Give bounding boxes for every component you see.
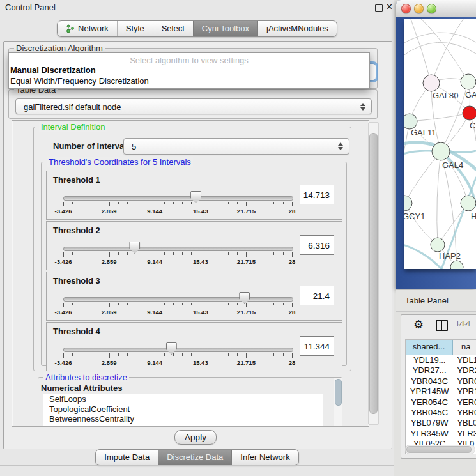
numerical-attributes-list[interactable]: SelfLoopsTopologicalCoefficientBetweenne…	[43, 394, 323, 427]
settings-scroll-viewport: Interval Definition Number of Intervals …	[12, 120, 369, 427]
close-icon[interactable]: ✕	[386, 2, 393, 12]
threshold-3-label: Threshold 3	[53, 276, 100, 286]
settings-vertical-scrollbar[interactable]	[368, 122, 379, 425]
slider-ticks	[63, 303, 292, 308]
table-data-combobox[interactable]: galFiltered.sif default node	[15, 98, 372, 114]
tab-cyni-toolbox[interactable]: Cyni Toolbox	[193, 21, 257, 36]
threshold-4-slider-track[interactable]	[63, 348, 293, 352]
threshold-2-label: Threshold 2	[53, 226, 100, 235]
table-panel-window: ⚙ ☑☑ shared... na YDL19...YDL1YDR27...YD…	[401, 314, 476, 459]
network-node-label: C	[470, 121, 475, 130]
network-node[interactable]	[461, 196, 476, 211]
slider-ticks	[63, 353, 292, 358]
network-node[interactable]	[432, 142, 450, 160]
dropdown-option-manual[interactable]: Manual Discretization	[10, 65, 96, 75]
algorithm-dropdown-popup: Select algorithm to view settings Manual…	[8, 52, 370, 89]
apply-button[interactable]: Apply	[174, 430, 217, 445]
gear-icon[interactable]: ⚙	[413, 318, 424, 332]
network-node-label: HAP2	[439, 251, 461, 261]
network-node[interactable]	[463, 106, 476, 120]
attribute-list-item[interactable]: SelfLoops	[43, 394, 323, 404]
threshold-4-value-field[interactable]: 11.344	[300, 336, 334, 356]
control-panel-titlebar: Control Panel ✕	[0, 0, 394, 15]
network-node[interactable]	[404, 196, 412, 211]
threshold-1-label: Threshold 1	[53, 175, 100, 185]
tab-discretize-data[interactable]: Discretize Data	[158, 450, 231, 465]
network-node-label: GAL80	[433, 91, 458, 100]
network-node-label: GA	[465, 90, 476, 100]
combo-arrows-icon	[338, 142, 343, 150]
dropdown-option-equal-width[interactable]: Equal Width/Frequency Discretization	[10, 76, 149, 86]
threshold-2-slider-track[interactable]	[63, 247, 293, 251]
tab-jactivemnodules[interactable]: jActiveMNodules	[257, 21, 337, 36]
table-panel-bar: Table Panel	[396, 290, 476, 312]
number-of-intervals-combobox[interactable]: 5	[123, 138, 349, 155]
table-row[interactable]: YLR345WYLR3	[406, 429, 476, 439]
table-row[interactable]: YDL19...YDL1	[406, 355, 476, 365]
column-header-shared-name[interactable]: shared...	[406, 340, 453, 355]
threshold-2-row: Threshold 2 -3.4262.8599.14415.4321.7152…	[46, 221, 342, 270]
select-checkboxes-icon[interactable]: ☑☑	[457, 319, 470, 328]
network-node-label: H	[471, 211, 476, 221]
discretization-algorithm-title: Discretization Algorithm	[14, 43, 105, 53]
threshold-3-value-field[interactable]: 21.4	[300, 286, 334, 305]
dropdown-hint: Select algorithm to view settings	[9, 56, 369, 65]
table-toolbar: ⚙ ☑☑	[401, 315, 476, 335]
network-node[interactable]	[404, 114, 417, 129]
network-canvas[interactable]: GAL80GACGAL11GAL4GCY1HHAP2	[404, 19, 476, 269]
table-row[interactable]: YER054CYER0	[406, 397, 476, 408]
threshold-4-row: Threshold 4 -3.4262.8599.14415.4321.7152…	[46, 322, 342, 371]
float-window-icon[interactable]	[375, 4, 383, 12]
node-table: shared... na YDL19...YDL1YDR27...YDR2YBR…	[405, 339, 476, 454]
tab-network-label: Network	[78, 24, 109, 33]
table-row[interactable]: YBL079WYBL0	[406, 418, 476, 428]
panel-title: Control Panel	[5, 3, 56, 12]
threshold-1-row: Threshold 1 -3.4262.8599.14415.4321.7152…	[46, 171, 342, 220]
tab-impute-data[interactable]: Impute Data	[96, 450, 158, 465]
slider-tick-labels: -3.4262.8599.14415.4321.71528	[63, 208, 292, 215]
network-svg: GAL80GACGAL11GAL4GCY1HHAP2	[404, 19, 476, 269]
close-traffic-light[interactable]	[401, 4, 411, 13]
tab-network[interactable]: Network	[58, 21, 117, 36]
columns-icon[interactable]	[436, 320, 448, 331]
network-node-label: GAL11	[411, 128, 436, 137]
table-row[interactable]: YBR045CYBR0	[406, 408, 476, 418]
table-horizontal-scrollbar[interactable]	[405, 445, 475, 454]
threshold-2-value-field[interactable]: 6.316	[300, 235, 334, 255]
interval-definition-group: Interval Definition Number of Intervals …	[33, 127, 351, 371]
numerical-attributes-label: Numerical Attributes	[41, 383, 122, 393]
attributes-group: Attributes to discretize Numerical Attri…	[38, 377, 342, 427]
table-row[interactable]: YBR043CYBR0	[406, 376, 476, 387]
tab-select[interactable]: Select	[153, 21, 193, 36]
slider-tick-labels: -3.4262.8599.14415.4321.71528	[63, 309, 292, 316]
table-data-group: Table Data galFiltered.sif default node	[8, 89, 378, 119]
attributes-list-scrollbar[interactable]	[334, 378, 342, 427]
cyni-toolbox-panel: Discretization Algorithm Select algorith…	[3, 41, 392, 449]
number-of-intervals-label: Number of Intervals	[53, 141, 131, 151]
top-tabbar: Network Style Select Cyni Toolbox jActiv…	[0, 20, 394, 37]
network-view-window: GAL80GACGAL11GAL4GCY1HHAP2	[396, 0, 476, 289]
network-node[interactable]	[461, 74, 476, 89]
control-panel: Control Panel ✕ Network Style Select Cyn…	[0, 0, 394, 476]
network-node[interactable]	[423, 75, 440, 91]
attribute-list-item[interactable]: TopologicalCoefficient	[43, 404, 323, 415]
bottom-tabbar: Impute Data Discretize Data Infer Networ…	[0, 449, 394, 466]
tab-style[interactable]: Style	[117, 21, 153, 36]
threshold-3-row: Threshold 3 -3.4262.8599.14415.4321.7152…	[46, 272, 342, 321]
network-node[interactable]	[431, 238, 445, 252]
attributes-group-title: Attributes to discretize	[43, 372, 129, 382]
table-row[interactable]: YPR145WYPR1	[406, 387, 476, 397]
network-nodes: GAL80GACGAL11GAL4GCY1HHAP2	[404, 74, 476, 269]
zoom-traffic-light[interactable]	[427, 4, 436, 13]
slider-ticks	[63, 202, 292, 207]
minimize-traffic-light[interactable]	[414, 4, 424, 13]
threshold-1-value-field[interactable]: 14.713	[300, 185, 334, 204]
threshold-3-slider-track[interactable]	[63, 297, 293, 302]
threshold-1-slider-track[interactable]	[63, 196, 293, 201]
table-data-value: galFiltered.sif default node	[24, 102, 121, 111]
network-node-label: GCY1	[404, 211, 425, 221]
table-row[interactable]: YDR27...YDR2	[406, 365, 476, 376]
column-header-name[interactable]: na	[453, 340, 476, 355]
attribute-list-item[interactable]: BetweennessCentrality	[43, 414, 323, 424]
tab-infer-network[interactable]: Infer Network	[231, 450, 298, 465]
